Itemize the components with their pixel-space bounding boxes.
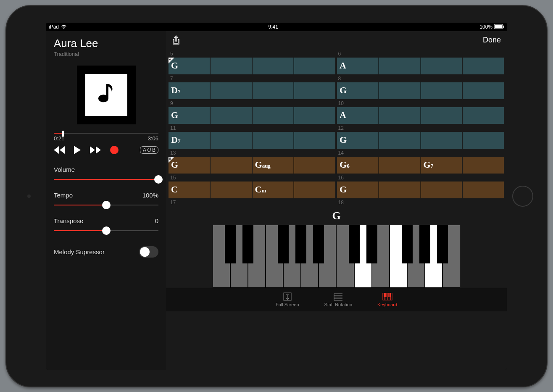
chord-cell[interactable] — [211, 182, 252, 198]
measure-number: 13 — [169, 149, 337, 157]
chord-cell[interactable]: A — [337, 58, 379, 74]
chord-cell[interactable] — [253, 107, 294, 124]
white-key[interactable] — [425, 225, 442, 288]
chord-cell[interactable] — [379, 132, 421, 149]
chord-cell[interactable] — [294, 132, 337, 149]
chord-cell[interactable] — [421, 182, 463, 198]
fast-forward-button[interactable] — [90, 146, 101, 154]
chord-cell[interactable] — [211, 107, 252, 124]
chord-cell[interactable] — [379, 82, 421, 99]
share-button[interactable] — [172, 35, 180, 45]
chord-cell[interactable]: G — [169, 107, 210, 124]
chord-cell[interactable] — [379, 157, 421, 174]
chord-cell[interactable] — [211, 58, 252, 74]
chord-cell[interactable] — [463, 182, 504, 198]
chord-cell[interactable]: BG — [169, 157, 210, 174]
current-chord: G — [166, 210, 507, 222]
white-key[interactable] — [407, 225, 425, 288]
chord-grid[interactable]: 56AGA78D7G910GA1112D7G1314BGGaugG6G71516… — [166, 50, 507, 206]
white-key[interactable] — [336, 225, 354, 288]
status-time: 9:41 — [67, 24, 479, 30]
chord-cell[interactable] — [421, 82, 463, 99]
tab-staff-notation[interactable]: Staff Notation — [324, 292, 352, 307]
chord-cell[interactable] — [294, 157, 337, 174]
measure-number: 12 — [337, 124, 505, 132]
home-button[interactable] — [512, 186, 533, 207]
chord-cell[interactable] — [253, 82, 294, 99]
chord-cell[interactable] — [294, 82, 337, 99]
chord-cell[interactable] — [463, 58, 504, 74]
transpose-label: Transpose — [54, 217, 83, 224]
chord-cell[interactable] — [294, 107, 337, 124]
chord-cell[interactable]: C — [169, 182, 210, 198]
white-key[interactable] — [213, 225, 230, 288]
chord-cell[interactable]: G7 — [421, 157, 463, 174]
chord-cell[interactable] — [379, 182, 421, 198]
chord-cell[interactable] — [379, 58, 421, 74]
chord-cell[interactable] — [463, 157, 504, 174]
tab-full-screen[interactable]: Full Screen — [276, 292, 299, 307]
white-key[interactable] — [283, 225, 301, 288]
white-key[interactable] — [319, 225, 336, 288]
device-label: iPad — [49, 24, 59, 30]
chord-cell[interactable]: G6 — [337, 157, 379, 174]
chord-cell[interactable]: D7 — [169, 132, 210, 149]
chord-cell[interactable] — [294, 182, 337, 198]
chord-cell[interactable] — [211, 82, 252, 99]
white-key[interactable] — [301, 225, 319, 288]
done-button[interactable]: Done — [483, 36, 501, 45]
chord-cell[interactable]: A — [337, 107, 379, 124]
record-button[interactable] — [110, 146, 118, 154]
keyboard-panel: G — [166, 207, 507, 288]
transpose-slider[interactable]: Transpose 0 — [54, 217, 158, 231]
measure-number: 11 — [169, 124, 337, 132]
chord-cell[interactable]: G — [337, 182, 379, 198]
svg-rect-8 — [390, 293, 391, 297]
chord-cell[interactable]: G — [337, 82, 379, 99]
chord-cell[interactable] — [294, 58, 337, 74]
svg-rect-5 — [384, 293, 385, 297]
measure-number: 14 — [337, 149, 505, 157]
white-key[interactable] — [442, 225, 460, 288]
play-button[interactable] — [74, 146, 81, 154]
chord-cell[interactable] — [421, 58, 463, 74]
ab-loop-button[interactable]: AB — [140, 146, 158, 154]
chord-cell[interactable] — [253, 132, 294, 149]
chord-cell[interactable] — [463, 132, 504, 149]
white-key[interactable] — [372, 225, 390, 288]
chord-cell[interactable] — [379, 107, 421, 124]
white-key[interactable] — [266, 225, 283, 288]
transpose-value: 0 — [155, 217, 158, 224]
chord-cell[interactable]: Cm — [253, 182, 294, 198]
white-key[interactable] — [354, 225, 372, 288]
chord-cell[interactable] — [421, 107, 463, 124]
chord-cell[interactable]: AG — [169, 58, 210, 74]
volume-slider[interactable]: Volume — [54, 166, 158, 180]
melody-suppressor-label: Melody Supressor — [54, 248, 105, 255]
chord-cell[interactable] — [421, 132, 463, 149]
chord-cell[interactable] — [211, 132, 252, 149]
melody-suppressor-toggle[interactable] — [139, 246, 158, 258]
battery-label: 100% — [479, 24, 492, 30]
playback-progress[interactable]: 0:21 3:06 — [54, 133, 158, 142]
staff-notation-icon — [333, 292, 343, 301]
tab-keyboard[interactable]: Keyboard — [377, 292, 397, 307]
svg-rect-7 — [388, 293, 390, 297]
chord-cell[interactable] — [463, 107, 504, 124]
white-key[interactable] — [390, 225, 407, 288]
ipad-frame: iPad 9:41 100% Aura Lee Traditional — [5, 5, 548, 387]
chord-cell[interactable] — [211, 157, 252, 174]
white-key[interactable] — [230, 225, 248, 288]
keyboard[interactable] — [213, 225, 461, 288]
tab-bar: Full Screen Staff Notation Keyboard — [166, 288, 507, 311]
chord-cell[interactable]: D7 — [169, 82, 210, 99]
chord-cell[interactable] — [463, 82, 504, 99]
album-art — [77, 66, 136, 124]
white-key[interactable] — [248, 225, 266, 288]
chord-cell[interactable]: Gaug — [253, 157, 294, 174]
chord-cell[interactable] — [253, 58, 294, 74]
tempo-slider[interactable]: Tempo 100% — [54, 192, 158, 205]
rewind-button[interactable] — [54, 146, 65, 154]
music-note-icon — [96, 82, 117, 108]
chord-cell[interactable]: G — [337, 132, 379, 149]
